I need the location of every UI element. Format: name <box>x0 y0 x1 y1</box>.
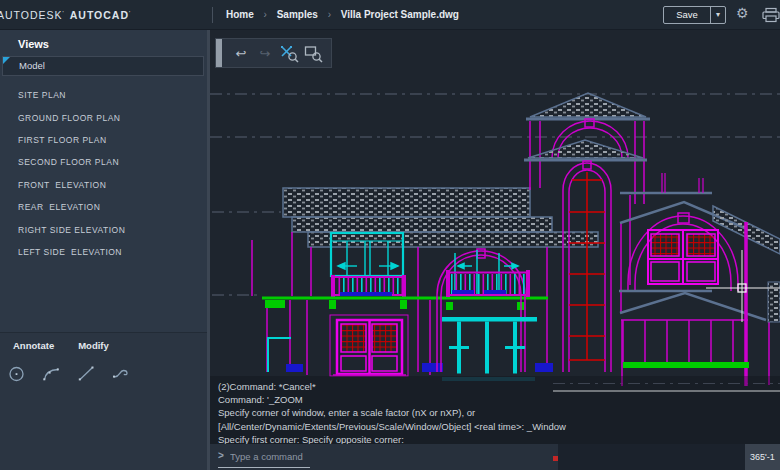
balcony-left <box>331 275 406 297</box>
view-item-first-floor-plan[interactable]: FIRST FLOOR PLAN <box>0 129 207 151</box>
line-tool-button[interactable] <box>74 361 100 387</box>
views-list: SITE PLAN GROUND FLOOR PLAN FIRST FLOOR … <box>0 84 207 263</box>
zoom-extents-icon <box>279 43 300 63</box>
tab-modify[interactable]: Modify <box>78 340 109 351</box>
tower-glazing <box>569 172 605 360</box>
toolbar-drag-handle[interactable] <box>216 39 222 67</box>
line-icon <box>76 363 98 385</box>
draw-tools <box>0 351 207 387</box>
view-item-site-plan[interactable]: SITE PLAN <box>0 84 207 106</box>
zoom-window-button[interactable] <box>301 42 325 64</box>
printer-icon[interactable] <box>762 7 780 23</box>
trademark-mark: ' <box>129 10 131 16</box>
command-underline <box>218 467 310 468</box>
breadcrumb-samples[interactable]: Samples <box>277 9 318 20</box>
redo-button[interactable]: ↪ <box>253 42 277 64</box>
left-wall-lines <box>252 232 547 375</box>
view-item-ground-floor-plan[interactable]: GROUND FLOOR PLAN <box>0 106 207 128</box>
porch <box>621 320 748 362</box>
breadcrumb-home[interactable]: Home <box>226 9 254 20</box>
save-dropdown-caret[interactable]: ▾ <box>710 7 725 23</box>
chevron-right-icon: › <box>328 9 331 20</box>
brand-autodesk: AUTODESK <box>0 9 63 21</box>
middle-doors <box>442 317 537 374</box>
polyline-tool-button[interactable] <box>109 361 135 387</box>
zoom-window-icon <box>303 43 324 63</box>
view-item-second-floor-plan[interactable]: SECOND FLOOR PLAN <box>0 151 207 173</box>
undo-button[interactable]: ↩ <box>229 42 253 64</box>
views-sidebar: Views Model SITE PLAN GROUND FLOOR PLAN … <box>0 30 207 470</box>
command-bar: > 365'-1 <box>210 444 780 470</box>
console-line: [All/Center/Dynamic/Extents/Previous/Sca… <box>218 420 780 433</box>
autodesk-autocad-logo: AUTODESK'AUTOCAD' <box>0 9 131 21</box>
coordinates-readout: 365'-1 <box>745 444 780 470</box>
autocad-web-app: AUTODESK'AUTOCAD' Home › Samples › Villa… <box>0 0 780 470</box>
console-line: Specify corner of window, enter a scale … <box>218 406 780 419</box>
canvas-toolbar: ↩ ↪ <box>215 38 332 68</box>
view-item-rear-elevation[interactable]: REAR ELEVATION <box>0 196 207 218</box>
blue-sills <box>286 363 553 372</box>
view-item-model-selected[interactable]: Model <box>2 56 204 76</box>
save-split-button: Save ▾ <box>663 6 726 24</box>
gear-icon[interactable]: ⚙ <box>736 5 749 21</box>
arc-tool-button[interactable] <box>39 361 65 387</box>
topbar-divider <box>212 7 213 23</box>
floor-slab-line <box>262 297 548 311</box>
trademark-mark: ' <box>63 10 65 16</box>
view-item-right-side-elevation[interactable]: RIGHT SIDE ELEVATION <box>0 218 207 240</box>
drawing-canvas[interactable]: ↩ ↪ <box>210 30 780 470</box>
view-item-front-elevation[interactable]: FRONT ELEVATION <box>0 174 207 196</box>
snap-marker <box>553 456 558 461</box>
command-console: (2)Command: *Cancel* Command: '_ZOOM Spe… <box>210 376 780 444</box>
command-prompt: > <box>218 450 224 461</box>
chevron-right-icon: › <box>264 9 267 20</box>
breadcrumb: Home › Samples › Villa Project Sample.dw… <box>226 9 459 20</box>
tab-annotate[interactable]: Annotate <box>13 340 54 351</box>
brand-autocad: AUTOCAD <box>70 9 129 21</box>
console-line: (2)Command: *Cancel* <box>218 380 780 393</box>
tool-tabs: Annotate Modify <box>0 333 207 351</box>
views-panel-title: Views <box>18 38 49 50</box>
circle-icon <box>6 363 28 385</box>
breadcrumb-filename: Villa Project Sample.dwg <box>341 9 459 20</box>
right-arch-window <box>648 230 718 284</box>
redo-icon: ↪ <box>260 46 271 61</box>
save-button[interactable]: Save <box>664 7 710 23</box>
right-building <box>619 173 780 386</box>
view-item-left-side-elevation[interactable]: LEFT SIDE ELEVATION <box>0 241 207 263</box>
arc-icon <box>41 363 63 385</box>
command-input[interactable] <box>230 448 380 464</box>
undo-icon: ↩ <box>236 46 247 61</box>
sidebar-canvas-divider <box>207 30 210 470</box>
polyline-icon <box>111 363 133 385</box>
circle-tool-button[interactable] <box>4 361 30 387</box>
ground-window-left <box>330 315 408 376</box>
command-input-panel[interactable]: > <box>210 444 558 470</box>
balcony-middle <box>446 270 530 297</box>
tools-panel: Annotate Modify <box>0 332 207 470</box>
console-line: Command: '_ZOOM <box>218 393 780 406</box>
topbar: AUTODESK'AUTOCAD' Home › Samples › Villa… <box>0 0 780 30</box>
zoom-extents-button[interactable] <box>277 42 301 64</box>
